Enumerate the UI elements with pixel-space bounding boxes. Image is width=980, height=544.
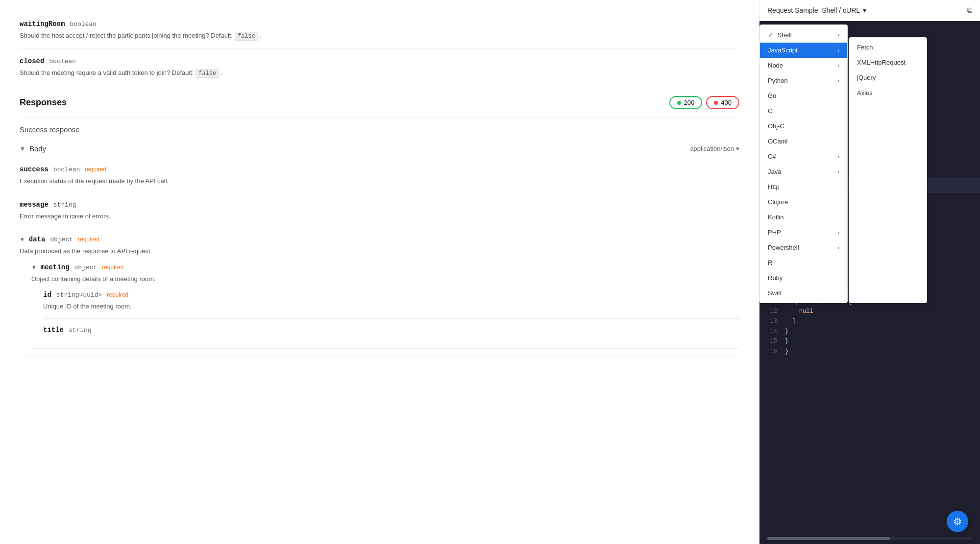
chevron-down-icon-type[interactable]: ▾: [736, 145, 739, 152]
arrow-right-icon-java: ›: [837, 168, 839, 175]
fdesc-meeting: Object containing details of a meeting r…: [31, 274, 739, 284]
menu-item-clojure[interactable]: Clojure: [760, 194, 847, 210]
arrow-right-icon-php: ›: [837, 229, 839, 236]
resp-line-16: 16}: [767, 347, 972, 356]
nested-meeting: ▼ meeting object required Object contain…: [20, 256, 739, 349]
menu-item-r[interactable]: R: [760, 255, 847, 270]
gear-icon: ⚙: [953, 516, 962, 527]
menu-item-node[interactable]: Node ›: [760, 58, 847, 73]
menu-item-http[interactable]: Http: [760, 179, 847, 194]
fname-title: title: [43, 326, 64, 334]
menu-item-objc[interactable]: Obj-C: [760, 118, 847, 134]
field-desc-closed: Should the meeting require a valid auth …: [20, 68, 739, 78]
copy-icon[interactable]: ⧉: [967, 6, 972, 15]
arrow-right-icon-python: ›: [837, 77, 839, 84]
badge-400-label: 400: [721, 99, 732, 106]
ftype-id: string<uuid>: [56, 291, 102, 299]
resp-line-13: 13 ]: [767, 316, 972, 326]
request-sample-text: Request Sample: Shell / cURL: [767, 6, 860, 14]
field-name-waitingroom: waitingRoom: [20, 20, 65, 28]
resp-line-14: 14}: [767, 327, 972, 336]
arrow-right-icon-csharp: ›: [837, 153, 839, 160]
field-success: success boolean required Execution statu…: [20, 158, 739, 193]
menu-item-shell[interactable]: ✓ Shell ›: [760, 27, 847, 43]
dot-red-icon: [714, 101, 718, 105]
field-type-waitingroom: boolean: [70, 21, 97, 28]
badge-200-label: 200: [684, 99, 695, 106]
menu-item-javascript[interactable]: JavaScript ›: [760, 43, 847, 58]
arrow-right-icon-js: ›: [837, 47, 839, 54]
menu-item-ruby[interactable]: Ruby: [760, 270, 847, 285]
ftype-data: object: [50, 236, 73, 243]
field-waitingroom: waitingRoom boolean Should the host acce…: [20, 12, 739, 49]
dropdown-secondary-menu: Fetch XMLHttpRequest jQuery Axios: [849, 37, 927, 303]
body-title-group: ▼ Body: [20, 144, 46, 153]
body-type-label: application/json ▾: [690, 145, 739, 152]
fdesc-data: Data produced as the response to API req…: [20, 246, 739, 256]
menu-item-kotlin[interactable]: Kotlin: [760, 210, 847, 225]
dot-green-icon: [677, 101, 681, 105]
arrow-right-icon-powershell: ›: [837, 244, 839, 251]
arrow-right-icon-node: ›: [837, 62, 839, 69]
right-panel: Request Sample: Shell / cURL ▾ ⧉ ✓ Shell…: [760, 0, 980, 544]
nested-id: id string<uuid> required Unique ID of th…: [31, 284, 739, 341]
request-sample-header: Request Sample: Shell / cURL ▾ ⧉: [760, 0, 980, 21]
ftype-meeting: object: [74, 264, 97, 271]
check-icon: ✓: [768, 31, 774, 39]
fdesc-id: Unique ID of the meeting room.: [43, 302, 739, 311]
tag-required-data: required: [78, 236, 99, 243]
dropdown-primary-menu: ✓ Shell › JavaScript › Node › Python › G…: [760, 24, 848, 303]
menu-item-xmlhttp[interactable]: XMLHttpRequest: [849, 55, 927, 70]
fdesc-message: Error message in case of errors.: [20, 212, 739, 221]
menu-item-python[interactable]: Python ›: [760, 73, 847, 88]
tag-required-success: required: [85, 166, 106, 173]
ftype-title: string: [69, 327, 92, 334]
badge-200[interactable]: 200: [669, 96, 703, 109]
menu-item-csharp[interactable]: C# ›: [760, 149, 847, 164]
chevron-down-icon[interactable]: ▼: [20, 145, 25, 152]
field-data: ▼ data object required Data produced as …: [20, 228, 739, 356]
default-value-waitingroom: false: [235, 32, 258, 41]
response-badges: 200 400: [669, 96, 739, 109]
left-panel: waitingRoom boolean Should the host acce…: [0, 0, 760, 544]
menu-item-powershell[interactable]: Powershell ›: [760, 240, 847, 255]
chevron-down-icon-data[interactable]: ▼: [20, 237, 25, 242]
fname-data: data: [29, 236, 46, 243]
resp-line-12: 12 null: [767, 307, 972, 316]
field-closed: closed boolean Should the meeting requir…: [20, 49, 739, 86]
badge-400[interactable]: 400: [706, 96, 739, 109]
request-sample-title[interactable]: Request Sample: Shell / cURL ▾: [767, 6, 866, 14]
dropdown-container: ✓ Shell › JavaScript › Node › Python › G…: [760, 24, 927, 303]
menu-item-swift[interactable]: Swift: [760, 285, 847, 301]
menu-item-go[interactable]: Go: [760, 88, 847, 103]
body-label: Body: [29, 144, 46, 153]
resp-line-15: 15}: [767, 336, 972, 346]
fdesc-success: Execution status of the request made by …: [20, 176, 739, 186]
tag-required-meeting: required: [102, 264, 123, 271]
fname-id: id: [43, 291, 51, 299]
responses-title: Responses: [20, 97, 67, 108]
fname-meeting: meeting: [41, 263, 70, 271]
menu-item-java[interactable]: Java ›: [760, 164, 847, 179]
menu-item-fetch[interactable]: Fetch: [849, 40, 927, 55]
menu-item-php[interactable]: PHP ›: [760, 225, 847, 240]
menu-item-axios[interactable]: Axios: [849, 85, 927, 100]
field-name-closed: closed: [20, 57, 44, 65]
fname-message: message: [20, 201, 49, 209]
arrow-right-icon-shell: ›: [837, 31, 839, 38]
responses-header: Responses 200 400: [20, 86, 739, 118]
tag-required-id: required: [107, 291, 128, 298]
field-id: id string<uuid> required Unique ID of th…: [43, 284, 739, 319]
field-title: title string: [43, 319, 739, 341]
default-value-closed: false: [196, 69, 219, 78]
fname-success: success: [20, 166, 49, 173]
menu-item-jquery[interactable]: jQuery: [849, 70, 927, 85]
menu-item-ocaml[interactable]: OCaml: [760, 134, 847, 149]
field-meeting: ▼ meeting object required Object contain…: [31, 256, 739, 349]
menu-item-c[interactable]: C: [760, 103, 847, 118]
ftype-success: boolean: [53, 166, 80, 173]
chevron-down-icon-header: ▾: [863, 6, 866, 14]
settings-button[interactable]: ⚙: [947, 511, 968, 532]
chevron-down-icon-meeting[interactable]: ▼: [31, 264, 37, 270]
field-message: message string Error message in case of …: [20, 193, 739, 229]
